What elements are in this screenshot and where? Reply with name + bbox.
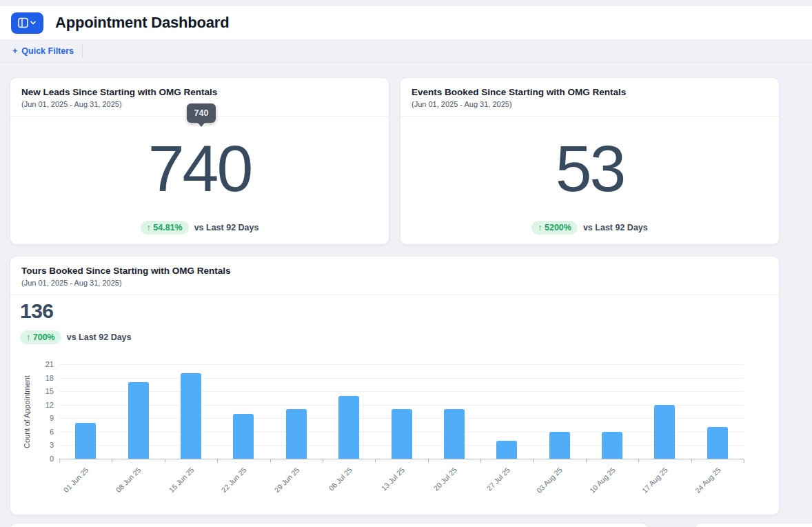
header-divider bbox=[0, 62, 812, 63]
tooltip-value: 740 bbox=[194, 108, 209, 118]
layout-chevron-icon bbox=[18, 17, 37, 29]
gridline bbox=[59, 391, 744, 392]
tours-booked-card-header: Tours Booked Since Starting with OMG Ren… bbox=[10, 257, 779, 295]
card-title: Tours Booked Since Starting with OMG Ren… bbox=[21, 266, 768, 276]
y-axis-tick-label: 12 bbox=[45, 401, 54, 409]
x-axis-label: 20 Jul 25 bbox=[432, 466, 459, 493]
delta-badge: ↑ 5200% bbox=[531, 221, 578, 235]
y-axis-tick-label: 0 bbox=[50, 455, 54, 463]
x-axis-label: 27 Jul 25 bbox=[485, 466, 511, 493]
card-title: New Leads Since Starting with OMG Rental… bbox=[21, 87, 378, 97]
x-axis-labels: 01 Jun 2508 Jun 2515 Jun 2522 Jun 2529 J… bbox=[59, 459, 744, 515]
bar[interactable] bbox=[75, 423, 96, 459]
delta-row: ↑ 5200% vs Last 92 Days bbox=[531, 221, 647, 235]
plus-icon: + bbox=[12, 46, 17, 56]
card-date-range: (Jun 01, 2025 - Aug 31, 2025) bbox=[412, 100, 768, 108]
events-booked-card: Events Booked Since Starting with OMG Re… bbox=[400, 77, 780, 245]
x-axis-label: 06 Jul 25 bbox=[327, 466, 354, 493]
tours-booked-card: Tours Booked Since Starting with OMG Ren… bbox=[10, 256, 780, 515]
x-axis-tick bbox=[744, 459, 744, 463]
gridline bbox=[59, 405, 744, 406]
bar[interactable] bbox=[444, 409, 465, 459]
gridline bbox=[59, 364, 744, 365]
new-leads-card-body: 740 ↑ 54.81% vs Last 92 Days bbox=[10, 117, 389, 244]
delta-row: ↑ 700% vs Last 92 Days bbox=[20, 330, 132, 344]
y-axis-tick-label: 15 bbox=[45, 387, 54, 395]
bar[interactable] bbox=[654, 405, 675, 459]
gridline bbox=[59, 378, 744, 379]
filter-bar: + Quick Filters bbox=[0, 39, 812, 62]
new-leads-card: New Leads Since Starting with OMG Rental… bbox=[10, 77, 389, 245]
bar[interactable] bbox=[549, 432, 570, 459]
bar[interactable] bbox=[602, 432, 622, 459]
y-axis-labels: 036912151821 bbox=[10, 364, 54, 459]
delta-row: ↑ 54.81% vs Last 92 Days bbox=[141, 221, 259, 235]
appointment-dashboard-page: Appointment Dashboard + Quick Filters Ne… bbox=[0, 0, 812, 527]
bar[interactable] bbox=[233, 414, 254, 459]
delta-badge: ↑ 54.81% bbox=[141, 221, 189, 235]
x-axis-label: 13 Jul 25 bbox=[379, 466, 406, 493]
value-tooltip: 740 bbox=[187, 103, 216, 123]
events-booked-card-body: 53 ↑ 5200% vs Last 92 Days bbox=[400, 117, 779, 244]
bar[interactable] bbox=[128, 382, 149, 459]
tooltip-arrow-icon bbox=[198, 123, 205, 127]
quick-filters-label: Quick Filters bbox=[21, 46, 74, 56]
bar[interactable] bbox=[338, 396, 359, 459]
x-axis-label: 17 Aug 25 bbox=[640, 466, 669, 495]
delta-suffix: vs Last 92 Days bbox=[583, 223, 648, 232]
y-axis-tick-label: 21 bbox=[45, 360, 54, 368]
tours-booked-value: 136 bbox=[20, 299, 54, 323]
quick-filters-button[interactable]: + Quick Filters bbox=[12, 46, 74, 56]
bar-chart-plot bbox=[59, 364, 744, 459]
y-axis-tick-label: 3 bbox=[50, 441, 54, 449]
delta-badge: ↑ 700% bbox=[20, 330, 61, 344]
y-axis-tick-label: 9 bbox=[50, 414, 54, 422]
bar[interactable] bbox=[392, 409, 412, 459]
x-axis-label: 10 Aug 25 bbox=[588, 466, 617, 495]
x-axis-label: 08 Jun 25 bbox=[114, 466, 143, 494]
x-axis-label: 22 Jun 25 bbox=[220, 466, 248, 494]
x-axis-label: 03 Aug 25 bbox=[535, 466, 564, 495]
y-axis-tick-label: 18 bbox=[45, 374, 54, 382]
bar[interactable] bbox=[707, 427, 728, 459]
card-title: Events Booked Since Starting with OMG Re… bbox=[412, 87, 768, 97]
events-booked-value: 53 bbox=[556, 117, 625, 221]
partial-card-right bbox=[694, 523, 812, 527]
x-axis-label: 01 Jun 25 bbox=[62, 466, 90, 494]
top-bar: Appointment Dashboard bbox=[0, 6, 812, 39]
delta-suffix: vs Last 92 Days bbox=[67, 332, 132, 342]
bar[interactable] bbox=[286, 409, 307, 459]
bar[interactable] bbox=[181, 373, 201, 459]
filter-divider bbox=[82, 45, 83, 57]
new-leads-value: 740 bbox=[148, 117, 252, 221]
dashboard-menu-button[interactable] bbox=[11, 12, 43, 34]
y-axis-tick-label: 6 bbox=[50, 428, 54, 436]
page-title: Appointment Dashboard bbox=[55, 14, 229, 32]
bar[interactable] bbox=[496, 441, 517, 459]
x-axis-label: 29 Jun 25 bbox=[272, 466, 301, 494]
x-axis-label: 24 Aug 25 bbox=[693, 466, 722, 495]
events-booked-card-header: Events Booked Since Starting with OMG Re… bbox=[400, 78, 779, 117]
card-date-range: (Jun 01, 2025 - Aug 31, 2025) bbox=[21, 279, 768, 287]
x-axis-label: 15 Jun 25 bbox=[167, 466, 195, 494]
delta-suffix: vs Last 92 Days bbox=[194, 223, 259, 232]
partial-card-left bbox=[10, 523, 649, 527]
